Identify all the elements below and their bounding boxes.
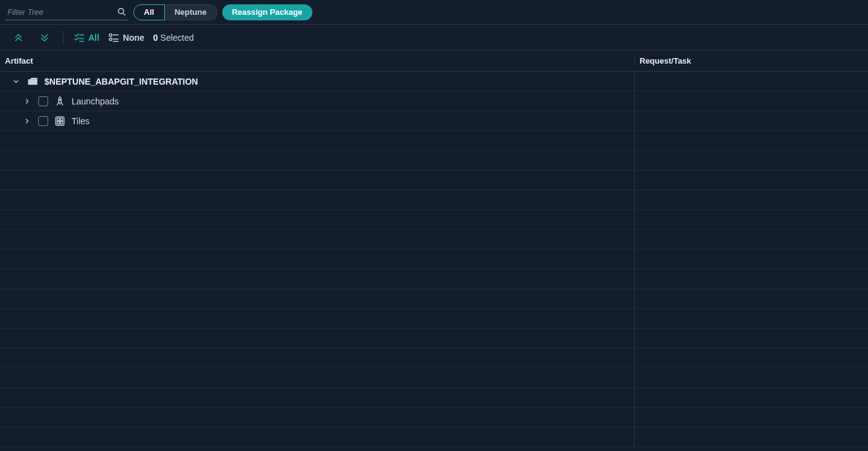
search-icon[interactable] [114, 4, 128, 19]
cell-artifact: Tiles [0, 111, 635, 130]
checkbox[interactable] [38, 96, 48, 106]
column-header-artifact[interactable]: Artifact [0, 56, 635, 65]
select-none-label: None [123, 33, 144, 43]
expand-all-icon[interactable] [36, 29, 53, 46]
table-row [0, 131, 868, 151]
svg-rect-13 [57, 118, 60, 120]
chevron-right-icon[interactable] [22, 116, 32, 126]
svg-line-1 [123, 14, 125, 15]
table-row [0, 428, 868, 447]
table-row [0, 190, 868, 210]
svg-point-11 [59, 99, 61, 100]
tree-table-body: $NEPTUNE_ABAPGIT_INTEGRATION Launchpads [0, 72, 868, 451]
table-row [0, 368, 868, 388]
table-row [0, 289, 868, 309]
tree-row-tiles[interactable]: Tiles [0, 111, 868, 131]
filter-scope-segmented: All Neptune [133, 4, 217, 20]
divider [63, 31, 64, 44]
reassign-package-button[interactable]: Reassign Package [222, 4, 312, 20]
table-row [0, 388, 868, 408]
chevron-right-icon[interactable] [22, 96, 32, 106]
selected-count-label: Selected [161, 33, 194, 43]
selected-count: 0 Selected [153, 33, 194, 43]
tree-row-package[interactable]: $NEPTUNE_ABAPGIT_INTEGRATION [0, 72, 868, 91]
table-row [0, 309, 868, 329]
chevron-down-icon[interactable] [11, 77, 21, 86]
svg-rect-5 [109, 34, 112, 36]
select-all-label: All [88, 33, 99, 43]
cell-request-task [635, 111, 868, 130]
tree-item-label: Launchpads [72, 96, 119, 106]
table-row [0, 329, 868, 348]
select-none-icon [108, 32, 119, 43]
svg-rect-7 [109, 38, 112, 40]
selected-count-number: 0 [153, 33, 158, 43]
column-header-request-task[interactable]: Request/Task [635, 56, 868, 65]
select-all-button[interactable]: All [73, 32, 99, 43]
svg-rect-16 [61, 121, 63, 124]
tree-item-label: Tiles [72, 116, 90, 126]
table-row [0, 210, 868, 230]
cell-request-task [635, 91, 868, 111]
top-toolbar: All Neptune Reassign Package [0, 0, 868, 25]
launchpad-icon [54, 96, 65, 107]
table-row [0, 408, 868, 428]
filter-tree-input[interactable] [5, 7, 114, 17]
tree-row-launchpads[interactable]: Launchpads [0, 91, 868, 111]
collapse-all-icon[interactable] [10, 29, 27, 46]
package-label: $NEPTUNE_ABAPGIT_INTEGRATION [44, 77, 198, 86]
cell-artifact: $NEPTUNE_ABAPGIT_INTEGRATION [0, 72, 635, 91]
cell-artifact: Launchpads [0, 91, 635, 111]
tiles-icon [54, 116, 65, 127]
svg-rect-14 [61, 118, 63, 120]
select-none-button[interactable]: None [108, 32, 144, 43]
selection-bar: All None 0 Selected [0, 25, 868, 51]
svg-point-0 [118, 9, 123, 14]
table-row [0, 151, 868, 171]
table-row [0, 269, 868, 289]
table-header: Artifact Request/Task [0, 51, 868, 72]
select-all-icon [73, 32, 85, 43]
filter-scope-all-button[interactable]: All [133, 4, 165, 20]
table-row [0, 230, 868, 250]
table-row [0, 250, 868, 269]
svg-rect-10 [28, 79, 38, 85]
table-row [0, 348, 868, 368]
filter-tree-field [5, 4, 128, 20]
svg-rect-15 [57, 121, 60, 124]
filter-scope-neptune-button[interactable]: Neptune [165, 4, 217, 20]
checkbox[interactable] [38, 116, 48, 126]
table-row [0, 171, 868, 190]
cell-request-task [635, 72, 868, 91]
package-icon [27, 76, 38, 87]
